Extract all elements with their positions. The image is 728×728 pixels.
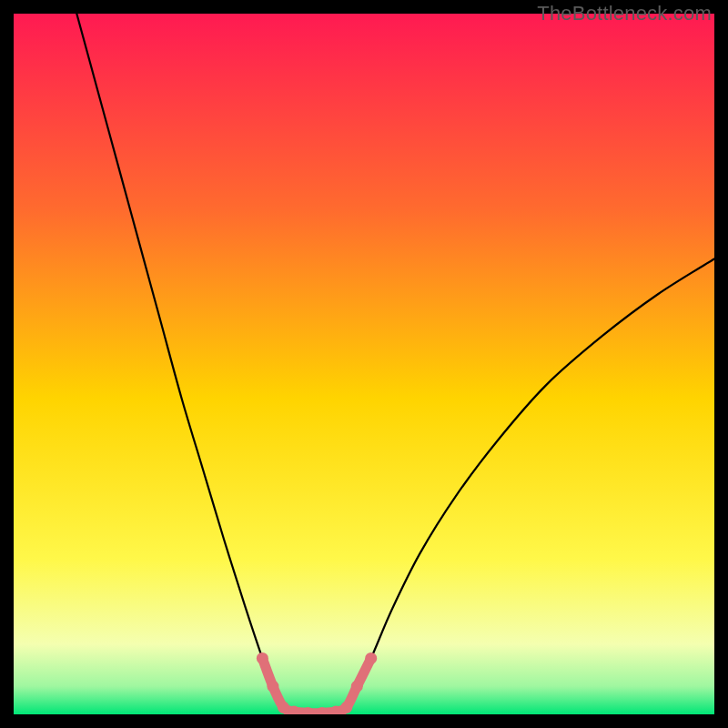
highlight-dot (365, 652, 377, 664)
highlight-dot (351, 681, 363, 693)
highlight-dot (257, 652, 268, 664)
highlight-dot (340, 702, 352, 713)
watermark-text: TheBottleneck.com (537, 2, 712, 25)
chart-frame (14, 14, 714, 714)
bottleneck-chart (14, 14, 714, 714)
highlight-dot (278, 702, 289, 713)
gradient-background (14, 14, 714, 714)
highlight-dot (267, 681, 278, 693)
